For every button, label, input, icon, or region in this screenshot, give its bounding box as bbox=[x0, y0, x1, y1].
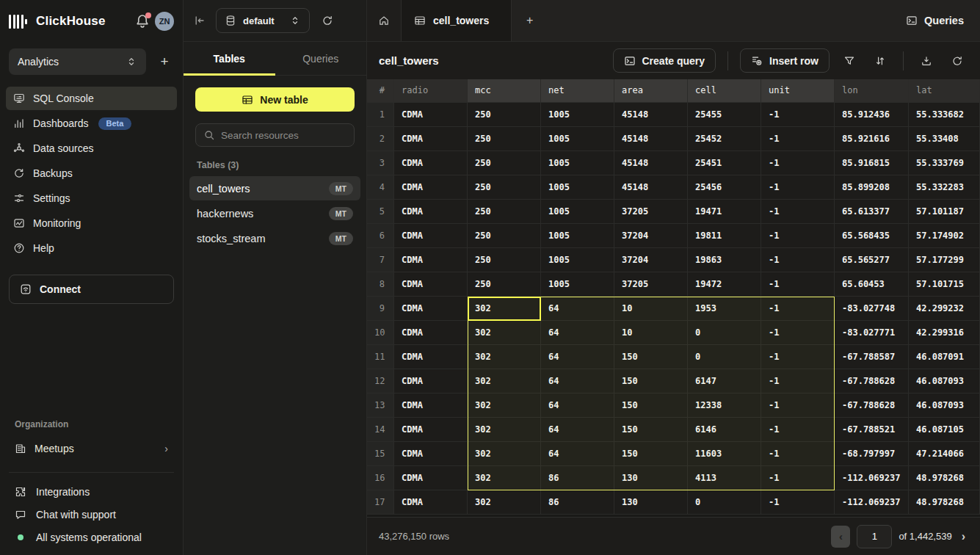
cell-lat-row12[interactable]: 46.087093 bbox=[909, 369, 980, 393]
cell-net-row8[interactable]: 1005 bbox=[541, 272, 614, 297]
sidebar-item-settings[interactable]: Settings bbox=[6, 186, 177, 210]
cell-net-row2[interactable]: 1005 bbox=[541, 127, 614, 151]
sidebar-item-dashboards[interactable]: DashboardsBeta bbox=[6, 112, 177, 135]
row-number-cell[interactable]: 14 bbox=[367, 418, 394, 442]
cell-unit-row6[interactable]: -1 bbox=[761, 224, 835, 248]
cell-area-row4[interactable]: 45148 bbox=[614, 175, 688, 200]
refresh-tables-icon[interactable] bbox=[322, 15, 333, 26]
cell-lon-row16[interactable]: -112.069237 bbox=[835, 466, 909, 490]
cell-area-row10[interactable]: 10 bbox=[614, 321, 688, 345]
cell-net-row7[interactable]: 1005 bbox=[541, 248, 614, 272]
table-list-item-stocks_stream[interactable]: stocks_streamMT bbox=[189, 226, 360, 250]
new-table-button[interactable]: New table bbox=[195, 87, 355, 112]
column-header-mcc[interactable]: mcc bbox=[468, 79, 541, 103]
cell-radio-row6[interactable]: CDMA bbox=[394, 224, 468, 248]
row-number-cell[interactable]: 10 bbox=[367, 321, 394, 345]
cell-mcc-row8[interactable]: 250 bbox=[468, 272, 541, 297]
cell-cell-row6[interactable]: 19811 bbox=[688, 224, 761, 248]
cell-unit-row12[interactable]: -1 bbox=[761, 369, 835, 393]
cell-cell-row8[interactable]: 19472 bbox=[688, 272, 761, 297]
cell-net-row16[interactable]: 86 bbox=[541, 466, 614, 490]
cell-cell-row11[interactable]: 0 bbox=[688, 345, 761, 369]
cell-cell-row17[interactable]: 0 bbox=[688, 490, 761, 515]
cell-net-row12[interactable]: 64 bbox=[541, 369, 614, 393]
cell-lon-row9[interactable]: -83.027748 bbox=[835, 297, 909, 321]
cell-area-row9[interactable]: 10 bbox=[614, 297, 688, 321]
cell-cell-row7[interactable]: 19863 bbox=[688, 248, 761, 272]
cell-cell-row13[interactable]: 12338 bbox=[688, 393, 761, 418]
cell-unit-row15[interactable]: -1 bbox=[761, 442, 835, 466]
cell-mcc-row9[interactable]: 302 bbox=[468, 297, 541, 321]
cell-area-row15[interactable]: 150 bbox=[614, 442, 688, 466]
cell-radio-row17[interactable]: CDMA bbox=[394, 490, 468, 515]
cell-area-row13[interactable]: 150 bbox=[614, 393, 688, 418]
home-button[interactable] bbox=[367, 0, 402, 41]
cell-mcc-row14[interactable]: 302 bbox=[468, 418, 541, 442]
cell-lon-row8[interactable]: 65.60453 bbox=[835, 272, 909, 297]
cell-unit-row1[interactable]: -1 bbox=[761, 103, 835, 127]
search-resources-input[interactable] bbox=[221, 130, 351, 141]
cell-net-row15[interactable]: 64 bbox=[541, 442, 614, 466]
cell-mcc-row1[interactable]: 250 bbox=[468, 103, 541, 127]
cell-area-row7[interactable]: 37204 bbox=[614, 248, 688, 272]
notifications-bell-icon[interactable] bbox=[134, 13, 150, 29]
tab-cell-towers[interactable]: cell_towers bbox=[402, 0, 512, 41]
cell-lon-row13[interactable]: -67.788628 bbox=[835, 393, 909, 418]
cell-lat-row4[interactable]: 55.332283 bbox=[909, 175, 980, 200]
cell-lat-row8[interactable]: 57.101715 bbox=[909, 272, 980, 297]
cell-area-row17[interactable]: 130 bbox=[614, 490, 688, 515]
cell-lon-row12[interactable]: -67.788628 bbox=[835, 369, 909, 393]
cell-mcc-row4[interactable]: 250 bbox=[468, 175, 541, 200]
cell-net-row9[interactable]: 64 bbox=[541, 297, 614, 321]
page-input[interactable] bbox=[857, 525, 892, 548]
cell-radio-row10[interactable]: CDMA bbox=[394, 321, 468, 345]
cell-unit-row17[interactable]: -1 bbox=[761, 490, 835, 515]
cell-unit-row2[interactable]: -1 bbox=[761, 127, 835, 151]
cell-lon-row5[interactable]: 65.613377 bbox=[835, 200, 909, 224]
cell-net-row4[interactable]: 1005 bbox=[541, 175, 614, 200]
database-select[interactable]: default bbox=[216, 8, 310, 33]
cell-unit-row16[interactable]: -1 bbox=[761, 466, 835, 490]
row-number-cell[interactable]: 7 bbox=[367, 248, 394, 272]
cell-lon-row17[interactable]: -112.069237 bbox=[835, 490, 909, 515]
row-number-cell[interactable]: 1 bbox=[367, 103, 394, 127]
cell-unit-row5[interactable]: -1 bbox=[761, 200, 835, 224]
row-number-cell[interactable]: 12 bbox=[367, 369, 394, 393]
cell-mcc-row6[interactable]: 250 bbox=[468, 224, 541, 248]
cell-cell-row2[interactable]: 25452 bbox=[688, 127, 761, 151]
workspace-select[interactable]: Analytics bbox=[9, 48, 146, 75]
add-service-button[interactable]: + bbox=[155, 52, 174, 71]
column-header-row-number[interactable]: # bbox=[367, 79, 394, 103]
new-tab-button[interactable]: + bbox=[512, 0, 548, 41]
cell-unit-row7[interactable]: -1 bbox=[761, 248, 835, 272]
cell-area-row3[interactable]: 45148 bbox=[614, 151, 688, 175]
sidebar-item-backups[interactable]: Backups bbox=[6, 162, 177, 185]
cell-mcc-row12[interactable]: 302 bbox=[468, 369, 541, 393]
system-status[interactable]: All systems operational bbox=[15, 532, 168, 543]
sidebar-item-chat-support[interactable]: Chat with support bbox=[15, 509, 168, 520]
row-number-cell[interactable]: 17 bbox=[367, 490, 394, 515]
cell-area-row11[interactable]: 150 bbox=[614, 345, 688, 369]
tab-queries[interactable]: Queries bbox=[275, 42, 367, 75]
cell-cell-row14[interactable]: 6146 bbox=[688, 418, 761, 442]
cell-cell-row10[interactable]: 0 bbox=[688, 321, 761, 345]
cell-area-row5[interactable]: 37205 bbox=[614, 200, 688, 224]
cell-cell-row12[interactable]: 6147 bbox=[688, 369, 761, 393]
column-header-cell[interactable]: cell bbox=[688, 79, 761, 103]
cell-lat-row14[interactable]: 46.087105 bbox=[909, 418, 980, 442]
refresh-icon[interactable] bbox=[946, 50, 968, 72]
cell-lat-row17[interactable]: 48.978268 bbox=[909, 490, 980, 515]
connect-button[interactable]: Connect bbox=[9, 275, 174, 304]
sort-icon[interactable] bbox=[869, 50, 891, 72]
cell-mcc-row17[interactable]: 302 bbox=[468, 490, 541, 515]
cell-area-row12[interactable]: 150 bbox=[614, 369, 688, 393]
row-number-cell[interactable]: 6 bbox=[367, 224, 394, 248]
cell-cell-row15[interactable]: 11603 bbox=[688, 442, 761, 466]
cell-lat-row6[interactable]: 57.174902 bbox=[909, 224, 980, 248]
cell-lon-row2[interactable]: 85.921616 bbox=[835, 127, 909, 151]
queries-button[interactable]: Queries bbox=[890, 0, 980, 41]
cell-unit-row14[interactable]: -1 bbox=[761, 418, 835, 442]
cell-lon-row4[interactable]: 85.899208 bbox=[835, 175, 909, 200]
cell-cell-row1[interactable]: 25455 bbox=[688, 103, 761, 127]
cell-unit-row10[interactable]: -1 bbox=[761, 321, 835, 345]
